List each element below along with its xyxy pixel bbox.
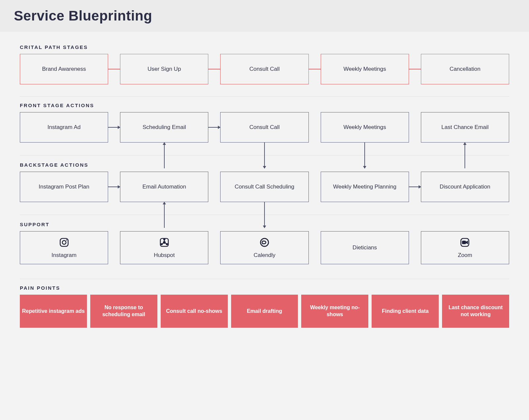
stage-label: Last Chance Email: [441, 124, 489, 131]
stage-label: Consult Call: [249, 66, 280, 72]
stage-label: Consult Call Scheduling: [235, 184, 295, 190]
stage-consult-call: Consult Call: [220, 54, 308, 84]
stage-label: Weekly Meeting Planning: [333, 184, 396, 190]
stage-label: Brand Awareness: [42, 66, 86, 72]
support-instagram: Instagram: [20, 231, 108, 264]
stage-label: User Sign Up: [147, 66, 181, 72]
stage-brand-awareness: Brand Awareness: [20, 54, 108, 84]
section-label-critical-path: CRITAL PATH STAGES: [20, 44, 509, 50]
connector: [309, 54, 321, 84]
connector: [409, 54, 421, 84]
arrow-up-icon: [465, 143, 465, 168]
arrow-up-icon: [164, 202, 165, 228]
connector-arrow: [108, 172, 120, 202]
divider: [20, 279, 509, 279]
stage-label: Weekly Meetings: [344, 66, 386, 72]
page-title: Service Blueprinting: [14, 8, 515, 24]
connector: [208, 54, 220, 84]
stage-label: Weekly Meetings: [344, 124, 386, 131]
arrow-up-icon: [164, 143, 165, 168]
back-discount-application: Discount Application: [421, 172, 509, 202]
zoom-icon: [460, 237, 470, 249]
section-label-front-stage: FRONT STAGE ACTIONS: [20, 103, 509, 108]
front-last-chance-email: Last Chance Email: [421, 112, 509, 143]
svg-point-9: [161, 243, 162, 245]
back-email-automation: Email Automation: [120, 172, 208, 202]
support-label: Instagram: [52, 252, 77, 259]
svg-point-10: [166, 243, 168, 245]
connector: [108, 54, 120, 84]
support-hubspot: Hubspot: [120, 231, 208, 264]
pain-label: Consult call no-shows: [166, 308, 222, 315]
svg-point-2: [66, 239, 67, 240]
stage-label: Instagram Post Plan: [39, 184, 89, 190]
support-label: Dieticians: [352, 244, 377, 251]
stage-label: Cancellation: [450, 66, 481, 72]
section-label-pain-points: PAIN POINTS: [20, 285, 509, 291]
divider: [20, 96, 509, 97]
pain-label: Email drafting: [247, 308, 282, 315]
pain-email-drafting: Email drafting: [231, 295, 298, 328]
stage-weekly-meetings: Weekly Meetings: [321, 54, 409, 84]
pain-finding-client-data: Finding client data: [372, 295, 439, 328]
pain-no-response: No response to scheduling email: [90, 295, 157, 328]
row-pain-points: Repetitive instagram ads No response to …: [20, 295, 509, 328]
pain-label: No response to scheduling email: [92, 304, 155, 318]
pain-label: Finding client data: [382, 308, 428, 315]
pain-weekly-noshow: Weekly meeting no-shows: [301, 295, 368, 328]
connector-arrow: [108, 112, 120, 143]
stage-label: Consult Call: [249, 124, 280, 131]
support-label: Hubspot: [154, 252, 175, 259]
support-zoom: Zoom: [421, 231, 509, 264]
pain-label: Last chance discount not working: [444, 304, 507, 318]
row-backstage: Instagram Post Plan Email Automation Con…: [20, 172, 509, 202]
arrow-down-icon: [264, 202, 265, 228]
pain-consult-noshow: Consult call no-shows: [161, 295, 228, 328]
pain-label: Repetitive instagram ads: [22, 308, 85, 315]
vertical-connectors-front-back: [20, 143, 509, 168]
pain-discount-not-working: Last chance discount not working: [442, 295, 509, 328]
back-instagram-post-plan: Instagram Post Plan: [20, 172, 108, 202]
support-dieticians: Dieticians: [321, 231, 409, 264]
front-weekly-meetings: Weekly Meetings: [321, 112, 409, 143]
hubspot-icon: [159, 237, 170, 249]
title-bar: Service Blueprinting: [0, 0, 529, 32]
stage-label: Instagram Ad: [48, 124, 81, 131]
row-critical-path: Brand Awareness User Sign Up Consult Cal…: [20, 54, 509, 84]
vertical-connectors-back-support: [20, 202, 509, 228]
support-label: Zoom: [458, 252, 472, 259]
pain-label: Weekly meeting no-shows: [303, 304, 366, 318]
back-weekly-meeting-planning: Weekly Meeting Planning: [321, 172, 409, 202]
connector-arrow: [208, 112, 220, 143]
stage-cancellation: Cancellation: [421, 54, 509, 84]
front-consult-call: Consult Call: [220, 112, 308, 143]
stage-label: Email Automation: [142, 184, 186, 190]
connector-arrow: [409, 172, 421, 202]
stage-label: Scheduling Email: [142, 124, 186, 131]
support-calendly: Calendly: [220, 231, 308, 264]
blueprint-canvas: CRITAL PATH STAGES Brand Awareness User …: [0, 32, 529, 341]
calendly-icon: [259, 237, 270, 249]
instagram-icon: [59, 237, 69, 249]
stage-user-sign-up: User Sign Up: [120, 54, 208, 84]
svg-point-8: [164, 238, 165, 240]
row-support: Instagram Hubspot Calendly Dieticians Zo…: [20, 231, 509, 264]
arrow-down-icon: [364, 143, 365, 168]
arrow-down-icon: [264, 143, 265, 168]
support-label: Calendly: [254, 252, 275, 259]
svg-point-1: [62, 240, 66, 244]
row-front-stage: Instagram Ad Scheduling Email Consult Ca…: [20, 112, 509, 143]
stage-label: Discount Application: [440, 184, 490, 190]
back-consult-call-scheduling: Consult Call Scheduling: [220, 172, 308, 202]
front-scheduling-email: Scheduling Email: [120, 112, 208, 143]
pain-repetitive-ads: Repetitive instagram ads: [20, 295, 87, 328]
front-instagram-ad: Instagram Ad: [20, 112, 108, 143]
